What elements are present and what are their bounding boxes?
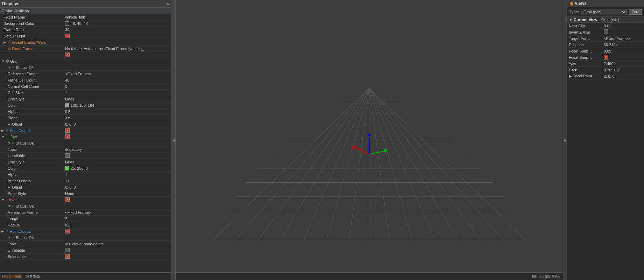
path-color-label: Color [0,166,64,170]
pc2-unreliable-label: Unreliable [0,248,64,252]
bottom-left-subtext: No tf data. [24,274,41,278]
path-line-style-row: Line Style Lines [0,159,171,165]
path-status-label: ▼ ✓ Status: Ok [0,141,64,145]
pc2-enabled-checkbox[interactable] [65,229,70,233]
path-line-style-value[interactable]: Lines [64,160,171,164]
frame-rate-value[interactable]: 30 [64,28,171,32]
axes-row[interactable]: ▼ ⟂ Axes [0,197,171,203]
pc2-topic-label: Topic [0,242,64,246]
grid-plane-cell-value[interactable]: 40 [64,78,171,82]
default-light-value[interactable] [64,34,171,38]
path-row[interactable]: ▼ — Path [0,134,171,140]
pitch-value[interactable]: 0.709797 [604,68,643,72]
grid-normal-cell-value[interactable]: 0 [64,84,171,89]
focal-point-row[interactable]: ▶ Focal Point 0; 0; 0 [567,73,644,79]
near-clip-value[interactable]: 0.01 [604,24,643,28]
yaw-label: Yaw [569,62,604,66]
views-type-select[interactable]: Orbit (rviz) [581,9,627,15]
grid-line-style-value[interactable]: Lines [64,97,171,101]
axes-length-value[interactable]: 2 [64,217,171,221]
focal-shap2-checkbox[interactable] [604,55,608,59]
grid-color-swatch[interactable] [65,103,69,107]
grid-label: ▼ ⚙ Grid [0,59,64,64]
grid-ref-frame-label: Reference Frame [0,72,64,76]
axes-radius-value[interactable]: 0.3 [64,223,171,227]
views-type-label: Type: [569,10,579,14]
grid-plane-cell-label: Plane Cell Count [0,78,64,82]
invert-z-checkbox[interactable] [604,29,608,34]
grid-plane-label: Plane [0,116,64,120]
distance-label: Distance [569,43,604,47]
current-view-tree: ▼ Current View Orbit (rviz) Near Clip … … [567,17,644,280]
axes-radius-label: Radius [0,223,64,227]
axes-radius-row: Radius 0.3 [0,222,171,228]
background-color-value[interactable]: 48; 48; 48 [64,21,171,26]
focal-shap2-row: Focal Shap… [567,54,644,61]
views-panel-title: ▣ Views [567,0,644,7]
path-unreliable-checkbox[interactable] [65,153,70,158]
displays-panel-title: Displays × [0,0,171,8]
default-light-checkbox[interactable] [65,34,70,38]
grid-offset-value[interactable]: 0; 0; 0 [64,122,171,126]
current-view-section[interactable]: ▼ Current View Orbit (rviz) [567,17,644,23]
path-buffer-length-label: Buffer Length [0,179,64,183]
pointcloud2-1-row[interactable]: ▶ ⁘ PointCloud2 [0,127,171,134]
target-frame-value[interactable]: <Fixed Frame> [604,36,643,41]
fixed-frame-value[interactable]: vehicle_link [64,15,171,19]
grid-ref-frame-value[interactable]: <Fixed Frame> [64,72,171,76]
pitch-label: Pitch [569,68,604,72]
pointcloud2-2-row[interactable]: ▶ ⁘ PointCloud2 [0,228,171,234]
yaw-value[interactable]: 2.4904 [604,62,643,66]
grid-cell-size-value[interactable]: 1 [64,91,171,95]
path-pose-style-label: Pose Style [0,191,64,196]
path-color-row: Color 25; 255; 0 [0,165,171,172]
pc1-enabled-checkbox[interactable] [65,128,70,133]
grid-visualization [176,0,563,280]
close-button[interactable]: × [166,1,169,6]
path-offset-value: 0; 0; 0 [64,185,171,189]
axes-enabled-checkbox[interactable] [65,197,70,202]
target-frame-label: Target Fra… [569,36,604,41]
distance-value[interactable]: 60.2404 [604,43,643,47]
pc2-selectable-checkbox[interactable] [65,254,70,259]
pc2-topic-value[interactable]: /os_cloud_node/points [64,242,171,246]
grid-row[interactable]: ▼ ⚙ Grid [0,58,171,64]
focal-shap1-value[interactable]: 0.05 [604,49,643,53]
bottom-status-left: Fixed Frame No tf data. [0,272,171,280]
views-type-row: Type: Orbit (rviz) Zero [567,7,644,17]
global-status-row[interactable]: ▶ ⚠ Global Status: Warn [0,39,171,46]
focal-shap1-label: Focal Shap… [569,49,604,53]
bottom-status-bar: fps: 0.0 cpu: 0.0% [176,272,563,280]
path-color-swatch[interactable] [65,166,69,170]
grid-color-value[interactable]: 160; 160; 164 [64,103,171,107]
views-title-text: Views [575,1,587,6]
bg-color-swatch[interactable] [65,21,69,26]
path-topic-value[interactable]: /trajectory [64,147,171,152]
path-pose-style-value[interactable]: None [64,191,171,196]
main-viewport[interactable]: fps: 0.0 cpu: 0.0% [176,0,563,280]
grid-alpha-value[interactable]: 0.5 [64,110,171,114]
displays-panel: Displays × Global Options Fixed Frame ve… [0,0,171,280]
default-light-label: Default Light [0,34,64,38]
grid-normal-cell-row: Normal Cell Count 0 [0,83,171,90]
axes-ref-frame-value[interactable]: <Fixed Frame> [64,210,171,215]
zero-button[interactable]: Zero [629,9,642,15]
path-alpha-label: Alpha [0,173,64,177]
path-alpha-value[interactable]: 1 [64,173,171,177]
frame-rate-row: Frame Rate 30 [0,27,171,33]
path-topic-row: Topic /trajectory [0,146,171,153]
pc2-unreliable-checkbox[interactable] [65,248,70,252]
focal-point-label: ▶ Focal Point [569,74,604,78]
axes-status-label: ▼ ✓ Status: Ok [0,204,64,208]
background-color-row: Background Color 48; 48; 48 [0,20,171,27]
path-buffer-length-value[interactable]: 11 [64,179,171,183]
gs-enabled-checkbox[interactable] [65,52,70,57]
path-enabled-checkbox[interactable] [65,134,70,139]
distance-row: Distance 60.2404 [567,42,644,48]
collapse-handle-right[interactable]: ▶ [563,0,567,280]
grid-offset-row: ▶ Offset 0; 0; 0 [0,121,171,127]
global-options-header[interactable]: Global Options [0,8,171,14]
path-color-value[interactable]: 25; 255; 0 [64,166,171,170]
grid-plane-value[interactable]: XY [64,116,171,120]
collapse-handle-left[interactable]: ◀ [171,0,176,280]
